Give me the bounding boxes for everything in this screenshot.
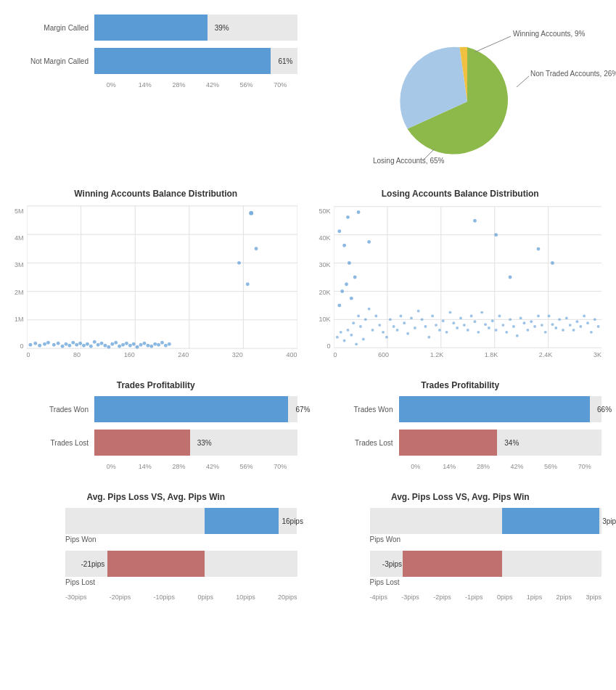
pips-right-lost-label: Pips Lost <box>370 578 602 586</box>
svg-point-46 <box>157 343 160 347</box>
pie-svg: Winning Accounts, 9% Non Traded Accounts… <box>337 22 583 167</box>
trades-prof-left-title: Trades Profitability <box>15 380 297 390</box>
trades-won-right-fill: 66% <box>399 396 591 422</box>
pips-right-won-value: 3pips <box>602 517 616 525</box>
svg-point-156 <box>536 247 540 251</box>
pips-lost-label: Pips Lost <box>65 578 297 586</box>
svg-point-143 <box>572 329 575 332</box>
svg-point-13 <box>33 342 37 345</box>
svg-point-16 <box>46 341 50 345</box>
svg-point-47 <box>160 341 164 345</box>
svg-point-68 <box>342 340 345 342</box>
svg-point-32 <box>107 345 110 349</box>
svg-point-22 <box>71 341 75 345</box>
pips-won-label: Pips Won <box>65 535 297 543</box>
svg-point-150 <box>596 325 599 328</box>
svg-point-88 <box>378 324 381 326</box>
trades-won-left-track: 67% <box>94 396 297 422</box>
svg-point-158 <box>551 261 554 265</box>
trades-prof-right: Trades Profitability Trades Won 66% Trad… <box>312 373 609 477</box>
svg-point-92 <box>392 325 395 328</box>
margin-bar-chart: Margin Called 39% Not Margin Called 61% … <box>15 15 297 89</box>
svg-point-111 <box>459 316 462 319</box>
svg-point-53 <box>245 282 249 286</box>
svg-point-12 <box>28 343 32 347</box>
svg-point-101 <box>424 325 427 328</box>
svg-point-69 <box>346 329 349 332</box>
pips-lost-value: -21pips <box>81 560 105 568</box>
svg-point-154 <box>473 219 477 223</box>
svg-point-70 <box>350 334 353 337</box>
svg-point-72 <box>355 342 358 345</box>
svg-point-95 <box>403 321 406 324</box>
losing-scatter-svg <box>334 205 601 350</box>
svg-point-75 <box>361 338 364 341</box>
svg-point-152 <box>356 210 360 214</box>
winning-scatter-svg-wrap: 0 80 160 240 320 400 <box>27 205 297 358</box>
pips-lost-row: -21pips Pips Lost <box>65 551 297 586</box>
svg-point-107 <box>445 331 448 334</box>
label-line-winning <box>475 36 511 52</box>
trades-won-right-track: 66% <box>399 396 602 422</box>
bar-track-not-margin: 61% <box>94 48 297 74</box>
bar-row-margin-called: Margin Called 39% <box>15 15 297 41</box>
pips-right-won-inner: 3pips <box>370 508 602 534</box>
losing-scatter-container: Losing Accounts Balance Distribution 50K… <box>312 181 609 366</box>
svg-point-149 <box>593 318 596 321</box>
svg-point-82 <box>342 244 346 247</box>
svg-point-91 <box>388 318 391 321</box>
svg-point-41 <box>139 343 142 347</box>
trades-won-left-val: 67% <box>295 406 310 414</box>
svg-point-43 <box>146 344 149 348</box>
losing-y-labels: 50K 40K 30K 20K 10K 0 <box>319 205 334 350</box>
svg-point-112 <box>462 324 465 326</box>
trades-lost-right-track: 34% <box>399 430 602 456</box>
svg-point-86 <box>371 329 374 332</box>
bar-row-not-margin: Not Margin Called 61% <box>15 48 297 74</box>
svg-point-80 <box>353 276 356 279</box>
losing-scatter-title: Losing Accounts Balance Distribution <box>319 189 602 199</box>
svg-point-135 <box>543 331 546 334</box>
bar-fill-not-margin: 61% <box>94 48 271 74</box>
svg-point-23 <box>75 343 78 347</box>
winning-x-labels: 0 80 160 240 320 400 <box>27 351 297 358</box>
bar-fill-margin: 39% <box>94 15 208 41</box>
svg-point-147 <box>586 321 589 324</box>
winning-scatter-title: Winning Accounts Balance Distribution <box>15 189 297 199</box>
svg-point-113 <box>466 329 469 332</box>
svg-point-48 <box>163 344 167 348</box>
pips-right-xaxis: -4pips -3pips -2pips -1pips 0pips 1pips … <box>370 594 602 601</box>
svg-point-14 <box>38 344 41 348</box>
label-line-nontraded <box>517 76 529 87</box>
svg-point-42 <box>142 342 146 345</box>
trades-lost-right-val: 34% <box>504 439 519 447</box>
bar-label-not-margin: Not Margin Called <box>15 57 94 65</box>
svg-point-90 <box>385 336 387 339</box>
pips-left-chart: 16pips Pips Won -21pips Pips Lost -30pip… <box>15 508 297 623</box>
svg-point-128 <box>519 316 522 319</box>
svg-point-52 <box>237 261 241 265</box>
svg-point-117 <box>480 311 483 314</box>
svg-point-118 <box>484 323 487 326</box>
trades-won-right-label: Trades Won <box>319 406 399 414</box>
svg-point-145 <box>579 325 582 328</box>
pips-lost-fill: -21pips <box>107 551 205 577</box>
svg-point-138 <box>554 326 557 329</box>
svg-point-39 <box>131 342 135 346</box>
svg-point-155 <box>494 233 498 237</box>
svg-point-20 <box>64 342 67 346</box>
svg-point-106 <box>441 319 444 322</box>
trades-lost-left-row: Trades Lost 33% <box>15 430 297 456</box>
trades-prof-right-xaxis: 0% 14% 28% 42% 56% 70% <box>399 463 602 470</box>
svg-point-71 <box>352 321 355 324</box>
svg-point-108 <box>448 311 451 314</box>
svg-point-29 <box>96 343 99 347</box>
svg-point-115 <box>473 320 476 323</box>
svg-point-18 <box>56 342 59 345</box>
svg-point-28 <box>92 340 96 344</box>
margin-chart: Margin Called 39% Not Margin Called 61% … <box>7 7 305 174</box>
svg-point-66 <box>335 336 338 339</box>
svg-point-34 <box>114 341 118 345</box>
pips-right-lost-inner: -3pips <box>370 551 602 577</box>
svg-point-129 <box>522 321 525 324</box>
